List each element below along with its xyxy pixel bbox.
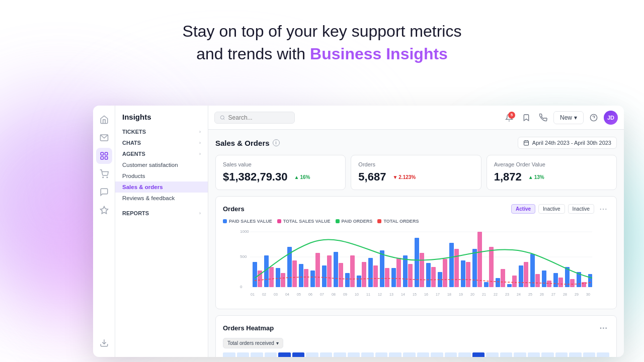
svg-rect-29	[322, 265, 327, 287]
heatmap-filter-container: Total orders received ▾	[223, 338, 609, 348]
sidebar-item-chats[interactable]: CHATS ›	[115, 137, 208, 148]
svg-text:17: 17	[436, 293, 440, 296]
search-input[interactable]	[228, 114, 289, 121]
svg-rect-47	[530, 254, 535, 287]
svg-rect-75	[512, 276, 517, 287]
svg-text:20: 20	[470, 293, 474, 296]
svg-text:01: 01	[251, 293, 255, 296]
heatmap-cell	[403, 352, 416, 357]
filter-btn-inactive-1[interactable]: Inactive	[538, 204, 565, 214]
download-icon[interactable]	[96, 335, 112, 351]
heatmap-cell	[348, 352, 360, 357]
filter-btn-inactive-2[interactable]: Inactive	[568, 204, 594, 214]
svg-rect-42	[472, 249, 477, 287]
chart-legend: PAID SALES VALUE TOTAL SALES VALUE PAID …	[223, 219, 609, 224]
chat-icon[interactable]	[96, 184, 112, 200]
star-icon[interactable]	[96, 202, 112, 218]
svg-rect-27	[299, 264, 303, 287]
phone-button[interactable]	[536, 111, 550, 125]
metric-cards: Sales value $1,382,79.30 ▲ 16% Orders 5,…	[215, 155, 617, 190]
svg-rect-59	[327, 255, 332, 287]
metric-badge-sales: ▲ 16%	[291, 173, 312, 181]
legend-dot-paid-orders	[336, 219, 340, 223]
svg-rect-69	[443, 259, 447, 287]
svg-text:10: 10	[355, 293, 359, 296]
cart-icon[interactable]	[96, 166, 112, 182]
heatmap-cell	[306, 352, 318, 357]
chart-icon[interactable]	[96, 148, 112, 164]
topbar-actions: 5 New ▾ JD	[502, 111, 618, 125]
legend-total-sales: TOTAL SALES VALUE	[277, 219, 331, 224]
nav-icons-panel	[93, 106, 115, 357]
svg-rect-64	[385, 268, 389, 287]
svg-rect-41	[461, 260, 465, 287]
help-button[interactable]	[587, 111, 601, 125]
sidebar-item-products[interactable]: Products	[115, 170, 208, 182]
svg-text:28: 28	[563, 293, 567, 296]
svg-rect-66	[408, 264, 413, 287]
search-box[interactable]	[214, 112, 295, 124]
heatmap-cell	[514, 352, 526, 357]
new-chevron-icon: ▾	[574, 114, 577, 121]
heatmap-cell	[569, 352, 582, 357]
heatmap-filter-chevron-icon: ▾	[276, 340, 279, 346]
svg-text:07: 07	[320, 293, 324, 296]
heatmap-cell	[292, 352, 305, 357]
svg-text:21: 21	[482, 293, 486, 296]
sidebar-item-customer-satisfaction[interactable]: Customer satisfaction	[115, 159, 208, 170]
svg-text:23: 23	[505, 293, 509, 296]
svg-rect-55	[281, 273, 285, 287]
info-icon[interactable]: i	[273, 139, 280, 146]
bookmark-button[interactable]	[519, 111, 533, 125]
legend-dot-paid-sales	[223, 219, 227, 223]
svg-text:11: 11	[366, 293, 370, 296]
svg-point-9	[220, 116, 224, 119]
avatar[interactable]: JD	[604, 111, 618, 125]
svg-rect-49	[553, 273, 558, 287]
sidebar-item-reports[interactable]: REPORTS ›	[115, 208, 208, 219]
legend-total-orders: TOTAL ORDERS	[377, 219, 419, 224]
svg-text:19: 19	[459, 293, 463, 296]
heatmap-cell	[278, 352, 291, 357]
svg-text:03: 03	[274, 293, 278, 296]
heatmap-filter-button[interactable]: Total orders received ▾	[223, 338, 283, 348]
date-range-button[interactable]: April 24th 2023 - April 30th 2023	[518, 137, 617, 149]
svg-text:29: 29	[575, 293, 579, 296]
svg-text:05: 05	[297, 293, 301, 296]
svg-text:06: 06	[308, 293, 312, 296]
svg-rect-31	[345, 273, 350, 287]
heatmap-more-button[interactable]: ⋯	[597, 322, 609, 334]
heatmap-cell	[555, 352, 568, 357]
svg-rect-2	[105, 152, 107, 155]
sidebar-item-reviews-feedback[interactable]: Reviews & feedback	[115, 193, 208, 204]
svg-rect-77	[535, 274, 540, 287]
svg-text:26: 26	[540, 293, 544, 296]
metric-value-aov: 1,872 ▲ 13%	[494, 170, 609, 184]
mail-icon[interactable]	[96, 130, 112, 146]
heatmap-cell	[458, 352, 471, 357]
new-button[interactable]: New ▾	[553, 111, 584, 124]
sidebar-item-tickets[interactable]: TICKETS ›	[115, 126, 208, 137]
svg-text:27: 27	[551, 293, 555, 296]
home-icon[interactable]	[96, 112, 112, 128]
notification-button[interactable]: 5	[502, 111, 516, 125]
metric-card-sales-value: Sales value $1,382,79.30 ▲ 16%	[215, 155, 346, 190]
svg-rect-72	[477, 232, 482, 287]
filter-btn-active[interactable]: Active	[511, 204, 535, 214]
svg-rect-80	[570, 279, 575, 287]
sidebar-item-sales-orders[interactable]: Sales & orders	[115, 182, 208, 193]
metric-card-aov: Average Order Value 1,872 ▲ 13%	[487, 155, 617, 190]
svg-rect-65	[396, 258, 401, 287]
svg-rect-54	[269, 267, 274, 287]
svg-rect-32	[357, 276, 361, 287]
svg-rect-48	[542, 270, 546, 287]
tickets-chevron-icon: ›	[199, 129, 201, 134]
orders-chart-section: Orders Active Inactive Inactive ⋯ PAID S…	[215, 196, 617, 309]
chart-more-button[interactable]: ⋯	[597, 203, 609, 215]
sidebar-item-agents[interactable]: AGENTS ›	[115, 148, 208, 159]
svg-rect-71	[466, 262, 470, 287]
heatmap-cell	[417, 352, 430, 357]
svg-text:02: 02	[262, 293, 266, 296]
heatmap-cell	[541, 352, 554, 357]
orders-chart-svg: 1000 500 0	[223, 228, 609, 301]
